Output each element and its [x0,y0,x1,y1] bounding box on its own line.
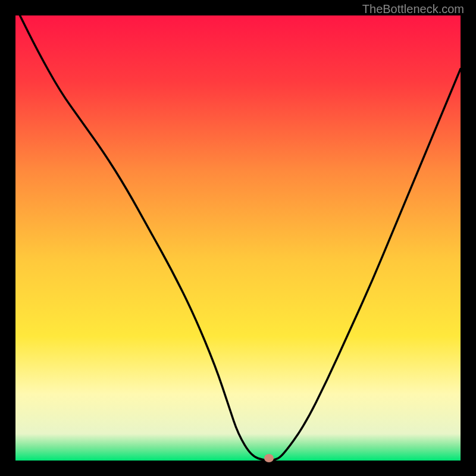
optimal-point-marker [264,454,274,462]
chart-plot-area [15,15,461,461]
chart-curve [15,15,461,461]
attribution-text: TheBottleneck.com [362,2,464,16]
